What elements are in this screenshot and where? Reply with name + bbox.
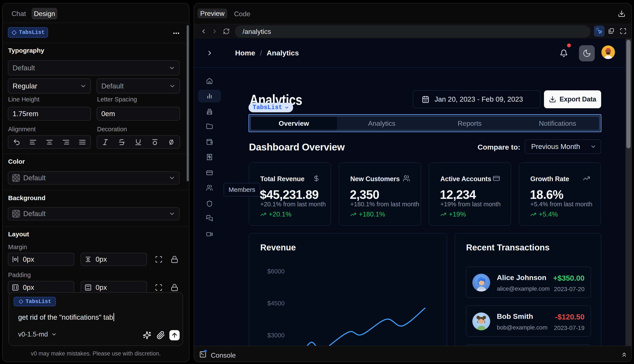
user-avatar[interactable] bbox=[601, 46, 615, 59]
left-scrollbar[interactable] bbox=[187, 25, 189, 181]
align-justify-icon[interactable] bbox=[79, 138, 86, 146]
background-select[interactable]: Default bbox=[8, 207, 180, 220]
selection-overlay-chip[interactable]: TabsList bbox=[248, 103, 293, 112]
revenue-card: Revenue $6000 $4500 $3000 bbox=[249, 233, 447, 346]
refresh-icon[interactable] bbox=[223, 28, 230, 35]
font-size-value: Default bbox=[101, 82, 124, 90]
tab-design[interactable]: Design bbox=[32, 8, 57, 20]
align-right-icon[interactable] bbox=[62, 138, 70, 146]
line-height-input[interactable]: 1.75rem bbox=[8, 107, 91, 120]
no-decoration-icon[interactable] bbox=[167, 138, 175, 146]
stat-card-active-accounts: Active Accounts 12,234 +19% from last mo… bbox=[429, 162, 511, 226]
copy-icon[interactable] bbox=[607, 28, 614, 34]
breadcrumb: Home / Analytics bbox=[235, 49, 299, 57]
stat-sub: +5.4% from last month bbox=[530, 201, 592, 208]
tab-chat[interactable]: Chat bbox=[12, 10, 26, 18]
expand-padding-icon[interactable] bbox=[155, 284, 163, 291]
composer-input[interactable]: get rid of the "notifications" tab bbox=[18, 313, 114, 322]
font-weight-select[interactable]: Regular bbox=[8, 78, 91, 94]
app-preview: Home / Analytics bbox=[194, 38, 631, 346]
console-bar[interactable]: Console bbox=[194, 346, 631, 362]
model-selector[interactable]: v0-1.5-md bbox=[18, 330, 57, 338]
breadcrumb-home[interactable]: Home bbox=[235, 49, 255, 57]
folder-icon[interactable] bbox=[206, 123, 213, 130]
background-heading: Background bbox=[8, 194, 46, 202]
notification-dot bbox=[567, 44, 571, 47]
padding-x-icon bbox=[12, 284, 19, 291]
selected-element-chip[interactable]: TabsList bbox=[8, 27, 48, 38]
composer-element-chip[interactable]: TabsList bbox=[14, 297, 56, 306]
tab-reports[interactable]: Reports bbox=[426, 117, 513, 130]
alignment-buttons bbox=[8, 135, 91, 149]
export-button[interactable]: Export Data bbox=[544, 90, 601, 108]
bar-chart-icon[interactable] bbox=[206, 92, 213, 99]
send-button[interactable] bbox=[169, 330, 180, 340]
wallet-icon[interactable] bbox=[206, 138, 213, 145]
align-center-icon[interactable] bbox=[46, 138, 53, 146]
lock-padding-icon[interactable] bbox=[171, 284, 178, 291]
compare-select[interactable]: Previous Month bbox=[525, 140, 601, 154]
tab-code[interactable]: Code bbox=[234, 10, 250, 18]
stat-sub: +180.1% from last month bbox=[350, 201, 419, 208]
margin-label: Margin bbox=[8, 244, 27, 250]
tab-analytics[interactable]: Analytics bbox=[339, 117, 425, 130]
lock-margin-icon[interactable] bbox=[171, 256, 178, 263]
stat-trend: +19% bbox=[449, 210, 466, 218]
theme-toggle[interactable] bbox=[579, 45, 595, 62]
letter-spacing-label: Letter Spacing bbox=[97, 96, 137, 103]
inspect-button[interactable] bbox=[594, 26, 604, 37]
letter-spacing-value: 0em bbox=[101, 110, 115, 118]
color-select[interactable]: Default bbox=[8, 171, 180, 184]
chevrons-up-icon[interactable] bbox=[621, 351, 627, 358]
sidebar-expand-icon[interactable] bbox=[206, 50, 213, 57]
underline-icon[interactable] bbox=[134, 138, 142, 146]
undo-icon[interactable] bbox=[13, 138, 21, 146]
url-bar[interactable]: /analytics bbox=[235, 25, 590, 38]
transaction-row[interactable]: Bob Smith bob@example.com -$120.50 2023-… bbox=[466, 306, 591, 337]
preview-scrollbar[interactable] bbox=[625, 38, 631, 346]
transaction-row[interactable] bbox=[466, 344, 591, 346]
tab-preview[interactable]: Preview bbox=[198, 8, 227, 18]
sparkles-icon[interactable] bbox=[143, 331, 151, 340]
strikethrough-icon[interactable] bbox=[118, 138, 126, 146]
paperclip-icon[interactable] bbox=[157, 331, 165, 340]
margin-x-input[interactable]: 0px bbox=[8, 253, 74, 266]
back-icon[interactable] bbox=[200, 28, 207, 35]
home-icon[interactable] bbox=[206, 77, 213, 84]
font-size-select[interactable]: Default bbox=[97, 78, 180, 94]
tx-date: 2023-07-19 bbox=[554, 324, 584, 332]
building-icon[interactable] bbox=[206, 108, 213, 115]
font-family-select[interactable]: Default bbox=[8, 60, 180, 76]
tabs-list: Overview Analytics Reports Notifications bbox=[248, 114, 601, 132]
bell-icon[interactable] bbox=[560, 49, 568, 57]
trending-up-icon bbox=[350, 212, 356, 218]
overline-icon[interactable] bbox=[151, 138, 159, 146]
date-range-button[interactable]: Jan 20, 2023 - Feb 09, 2023 bbox=[413, 90, 540, 108]
moon-icon bbox=[583, 49, 591, 58]
url-text: /analytics bbox=[242, 28, 271, 36]
users-icon[interactable] bbox=[206, 184, 213, 191]
fullscreen-icon[interactable] bbox=[620, 28, 626, 34]
tab-overview[interactable]: Overview bbox=[251, 117, 337, 130]
align-left-icon[interactable] bbox=[29, 138, 37, 146]
margin-y-input[interactable]: 0px bbox=[81, 253, 147, 266]
tx-date: 2023-07-20 bbox=[554, 286, 584, 292]
forward-icon[interactable] bbox=[211, 28, 218, 35]
pointer-sparkle-icon bbox=[595, 27, 603, 35]
receipt-icon[interactable] bbox=[206, 154, 213, 160]
transaction-row[interactable]: Alice Johnson alice@example.com +$350.00… bbox=[466, 266, 591, 298]
margin-y-value: 0px bbox=[96, 255, 107, 264]
messages-icon[interactable] bbox=[206, 215, 213, 222]
tab-notifications[interactable]: Notifications bbox=[514, 117, 601, 130]
color-swatch bbox=[12, 174, 20, 182]
credit-card-icon[interactable] bbox=[206, 170, 213, 176]
download-icon[interactable] bbox=[618, 10, 625, 18]
chat-composer[interactable]: TabsList get rid of the "notifications" … bbox=[9, 292, 183, 346]
video-icon[interactable] bbox=[206, 231, 213, 238]
expand-margin-icon[interactable] bbox=[155, 256, 163, 263]
italic-icon[interactable] bbox=[102, 138, 109, 146]
more-options-icon[interactable] bbox=[173, 30, 179, 36]
padding-label: Padding bbox=[8, 272, 31, 278]
shield-icon[interactable] bbox=[206, 200, 213, 207]
letter-spacing-input[interactable]: 0em bbox=[97, 107, 180, 120]
